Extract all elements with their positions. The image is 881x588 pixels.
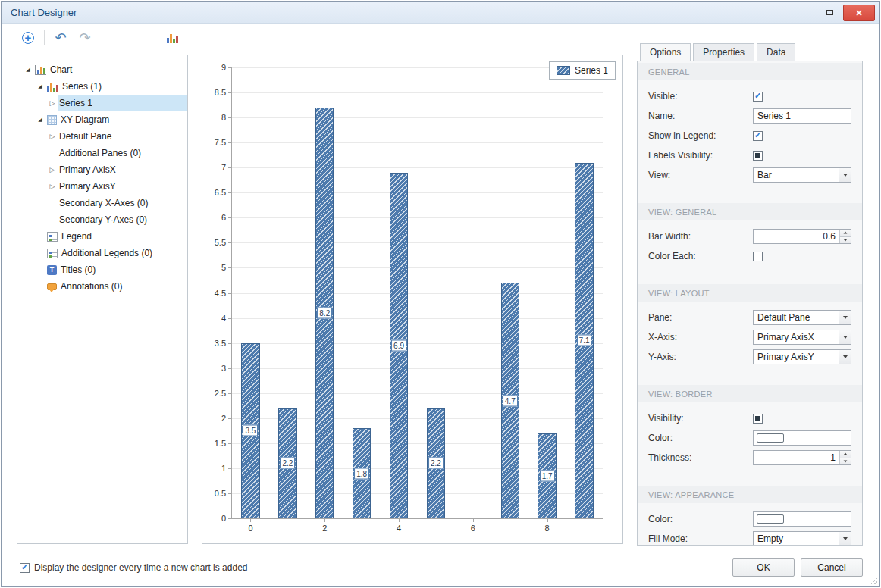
tree-item-default-pane[interactable]: ▷Default Pane — [17, 128, 187, 145]
pane-combo[interactable]: Default Pane — [753, 310, 851, 325]
prop-control — [753, 108, 851, 124]
add-chart-element-button[interactable] — [18, 28, 38, 48]
visibility-checkbox[interactable] — [753, 414, 763, 424]
view-combo[interactable]: Bar — [753, 167, 851, 183]
tree-item-content: Series (1) — [46, 78, 187, 95]
tree-item-additional-panes-0[interactable]: Additional Panes (0) — [17, 145, 187, 161]
section-header-view-appearance: VIEW: APPEARANCE — [638, 486, 862, 503]
prop-row-visible: Visible: — [638, 86, 862, 106]
y-axis-tick-label: 3.5 — [215, 339, 226, 348]
y-axis-tick-label: 7.5 — [215, 138, 226, 147]
bar-data-label: 8.2 — [317, 307, 332, 318]
color-colorpicker[interactable] — [753, 511, 851, 527]
spinner-up-icon[interactable] — [840, 451, 851, 458]
chevron-down-icon[interactable] — [839, 168, 851, 182]
tree-item-annotations-0[interactable]: Annotations (0) — [17, 278, 187, 295]
expander-icon[interactable]: ◢ — [34, 117, 46, 123]
tree-item-primary-axisx[interactable]: ▷Primary AxisX — [17, 161, 187, 178]
prop-label: Visible: — [648, 91, 677, 102]
properties-panel: OptionsPropertiesData GENERALVisible:Nam… — [637, 42, 863, 546]
visible-checkbox[interactable] — [753, 92, 763, 102]
close-icon: × — [856, 8, 862, 18]
spinner-down-icon[interactable] — [840, 458, 851, 465]
expander-icon[interactable]: ▷ — [46, 166, 58, 174]
tree-item-label: Chart — [50, 64, 72, 75]
legend-box-icon — [47, 232, 58, 242]
tree-item-label: Annotations (0) — [61, 281, 122, 292]
minimize-button[interactable] — [818, 5, 841, 20]
y-axis-tick — [228, 293, 231, 294]
expander-icon[interactable]: ◢ — [34, 83, 46, 89]
close-button[interactable]: × — [843, 5, 875, 21]
y-axis-tick — [228, 493, 231, 494]
expander-icon[interactable]: ▷ — [46, 99, 58, 107]
tree-item-titles-0[interactable]: Titles (0) — [17, 261, 187, 278]
expander-icon[interactable]: ▷ — [46, 183, 58, 190]
chart-preview: 00.511.522.533.544.555.566.577.588.593.5… — [202, 55, 623, 544]
chart-designer-window: Chart Designer × ◢Chart◢Series (1)▷Serie… — [1, 1, 880, 587]
chart-plot: 00.511.522.533.544.555.566.577.588.593.5… — [231, 67, 603, 519]
thickness-spinner-value: 1 — [754, 451, 839, 464]
bar-width-spinner-value: 0.6 — [754, 230, 839, 243]
tree-item-label: Legend — [61, 231, 92, 242]
prop-control — [753, 414, 851, 424]
x-axis-tick-label: 2 — [322, 524, 327, 533]
section-header-general: GENERAL — [638, 63, 862, 80]
display-designer-checkbox[interactable]: Display the designer every time a new ch… — [20, 562, 247, 573]
y-axis-combo[interactable]: Primary AxisY — [753, 349, 851, 364]
prop-row-x-axis: X-Axis:Primary AxisX — [638, 327, 862, 347]
expander-icon[interactable]: ◢ — [22, 67, 34, 73]
thickness-spinner[interactable]: 1 — [753, 450, 851, 465]
tree-item-label: XY-Diagram — [61, 114, 109, 125]
tree-item-additional-legends-0[interactable]: Additional Legends (0) — [17, 245, 187, 261]
panel-tabs: OptionsPropertiesData — [637, 42, 863, 61]
bar-data-label: 7.1 — [577, 335, 592, 346]
show-in-legend-checkbox[interactable] — [753, 131, 763, 141]
gridline — [232, 293, 603, 294]
prop-label: Color: — [648, 514, 673, 524]
bar-data-label: 3.5 — [243, 425, 258, 436]
x-axis-combo[interactable]: Primary AxisX — [753, 330, 851, 345]
tree-item-legend[interactable]: Legend — [17, 228, 187, 245]
tree-item-series-1[interactable]: ▷Series 1 — [17, 95, 187, 111]
tab-properties[interactable]: Properties — [693, 43, 754, 61]
labels-visibility-checkbox[interactable] — [753, 151, 763, 161]
pane-combo-value: Default Pane — [754, 311, 839, 324]
cancel-button[interactable]: Cancel — [801, 558, 863, 577]
color-each-checkbox[interactable] — [753, 252, 763, 261]
expander-icon[interactable]: ▷ — [46, 133, 58, 140]
y-axis-tick — [228, 443, 231, 444]
fill-mode-combo[interactable]: Empty — [753, 531, 851, 546]
tab-options[interactable]: Options — [640, 43, 691, 61]
chevron-down-icon[interactable] — [839, 311, 851, 324]
tree-item-chart[interactable]: ◢Chart — [17, 61, 187, 78]
x-axis-tick — [250, 519, 251, 522]
tree-item-xy-diagram[interactable]: ◢XY-Diagram — [17, 111, 187, 128]
spinner-up-icon[interactable] — [840, 230, 851, 236]
redo-button[interactable] — [75, 28, 95, 48]
fill-mode-combo-value: Empty — [754, 532, 839, 546]
tree-item-content: Default Pane — [58, 128, 187, 145]
gridline — [232, 167, 603, 168]
toolbar-separator — [44, 30, 45, 45]
tree-item-primary-axisy[interactable]: ▷Primary AxisY — [17, 178, 187, 195]
chevron-down-icon[interactable] — [839, 532, 851, 546]
prop-control — [753, 430, 851, 446]
undo-button[interactable] — [51, 28, 71, 48]
prop-control: Primary AxisY — [753, 349, 851, 364]
chevron-down-icon[interactable] — [839, 350, 851, 364]
y-axis-tick-label: 5 — [221, 263, 226, 272]
tab-data[interactable]: Data — [757, 43, 795, 61]
chevron-down-icon[interactable] — [839, 330, 851, 344]
tree-item-secondary-y-axes-0[interactable]: Secondary Y-Axes (0) — [17, 211, 187, 228]
color-colorpicker[interactable] — [753, 430, 851, 446]
tree-item-secondary-x-axes-0[interactable]: Secondary X-Axes (0) — [17, 195, 187, 211]
spinner-down-icon[interactable] — [840, 236, 851, 244]
section-header-view-border: VIEW: BORDER — [638, 385, 862, 402]
name-input[interactable] — [753, 108, 851, 124]
tree-item-series-1[interactable]: ◢Series (1) — [17, 78, 187, 95]
tree-item-label: Series (1) — [62, 81, 102, 92]
chart-type-button[interactable] — [163, 28, 183, 48]
bar-width-spinner[interactable]: 0.6 — [753, 229, 851, 244]
ok-button[interactable]: OK — [732, 558, 795, 577]
